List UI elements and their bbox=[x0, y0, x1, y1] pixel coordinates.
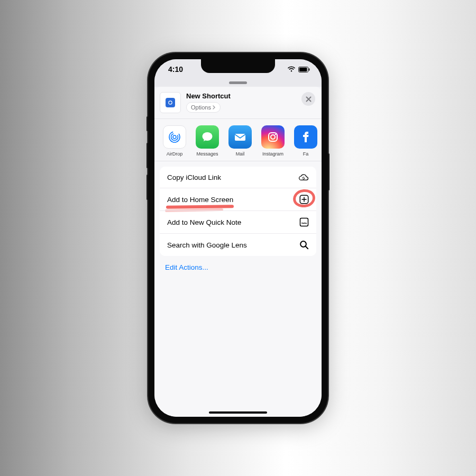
wifi-icon bbox=[287, 66, 296, 72]
shortcut-thumbnail bbox=[160, 92, 181, 113]
screen: 4:10 New Shortcut Options bbox=[154, 59, 322, 417]
share-target-facebook[interactable]: Fa bbox=[293, 125, 318, 157]
svg-point-4 bbox=[173, 135, 176, 139]
instagram-icon bbox=[261, 125, 285, 149]
share-target-messages[interactable]: Messages bbox=[195, 125, 220, 157]
options-label: Options bbox=[191, 104, 211, 111]
action-list: Copy iCloud Link Add to Home Screen Add … bbox=[160, 167, 316, 256]
edit-actions-link[interactable]: Edit Actions... bbox=[154, 256, 322, 279]
share-target-label: Mail bbox=[236, 151, 245, 157]
svg-point-3 bbox=[169, 101, 172, 104]
action-copy-icloud-link[interactable]: Copy iCloud Link bbox=[160, 167, 316, 188]
side-button bbox=[147, 116, 148, 131]
mail-icon bbox=[228, 125, 252, 149]
svg-point-10 bbox=[271, 135, 275, 139]
share-target-label: Instagram bbox=[262, 151, 283, 157]
svg-point-5 bbox=[171, 134, 178, 141]
grabber-icon bbox=[229, 81, 247, 84]
options-button[interactable]: Options bbox=[186, 102, 221, 113]
svg-point-7 bbox=[203, 132, 213, 141]
action-label: Copy iCloud Link bbox=[167, 173, 221, 181]
svg-point-14 bbox=[300, 241, 306, 247]
power-button bbox=[328, 153, 329, 190]
share-target-mail[interactable]: Mail bbox=[227, 125, 253, 157]
shortcut-icon bbox=[166, 98, 175, 107]
sheet-title: New Shortcut bbox=[186, 92, 296, 100]
action-label: Add to Home Screen bbox=[167, 196, 233, 204]
volume-down-button bbox=[147, 175, 148, 200]
cloud-link-icon bbox=[298, 173, 309, 181]
share-target-label: AirDrop bbox=[167, 151, 183, 157]
note-icon bbox=[299, 217, 309, 227]
svg-rect-1 bbox=[299, 67, 307, 71]
messages-icon bbox=[196, 125, 219, 149]
svg-rect-8 bbox=[235, 134, 245, 141]
action-search-google-lens[interactable]: Search with Google Lens bbox=[160, 233, 316, 256]
underlying-page bbox=[154, 79, 322, 87]
chevron-right-icon bbox=[213, 105, 216, 109]
edit-actions-label: Edit Actions... bbox=[165, 263, 208, 271]
action-add-to-home-screen[interactable]: Add to Home Screen bbox=[160, 188, 316, 210]
home-indicator[interactable] bbox=[209, 411, 267, 414]
close-icon bbox=[306, 96, 312, 102]
annotation-underline bbox=[166, 205, 234, 209]
sheet-header: New Shortcut Options bbox=[154, 87, 322, 119]
search-icon bbox=[299, 240, 309, 250]
share-target-instagram[interactable]: Instagram bbox=[260, 125, 286, 157]
annotation-circle bbox=[292, 188, 316, 208]
battery-icon bbox=[298, 67, 310, 72]
action-add-to-quick-note[interactable]: Add to New Quick Note bbox=[160, 210, 316, 233]
share-target-label: Messages bbox=[196, 151, 218, 157]
share-sheet: New Shortcut Options AirDrop bbox=[154, 87, 322, 417]
facebook-icon bbox=[294, 125, 317, 149]
svg-rect-13 bbox=[300, 218, 308, 226]
phone-mockup: 4:10 New Shortcut Options bbox=[148, 53, 328, 423]
close-button[interactable] bbox=[301, 92, 315, 106]
share-target-label: Fa bbox=[303, 151, 309, 157]
svg-rect-2 bbox=[309, 68, 310, 71]
notch bbox=[201, 59, 275, 73]
svg-point-11 bbox=[275, 134, 277, 135]
status-time: 4:10 bbox=[168, 65, 183, 74]
action-label: Search with Google Lens bbox=[167, 241, 247, 249]
volume-up-button bbox=[147, 143, 148, 168]
share-targets-row[interactable]: AirDrop Messages Mail bbox=[154, 119, 322, 161]
airdrop-icon bbox=[163, 125, 186, 149]
action-label: Add to New Quick Note bbox=[167, 218, 241, 226]
share-target-airdrop[interactable]: AirDrop bbox=[162, 125, 187, 157]
